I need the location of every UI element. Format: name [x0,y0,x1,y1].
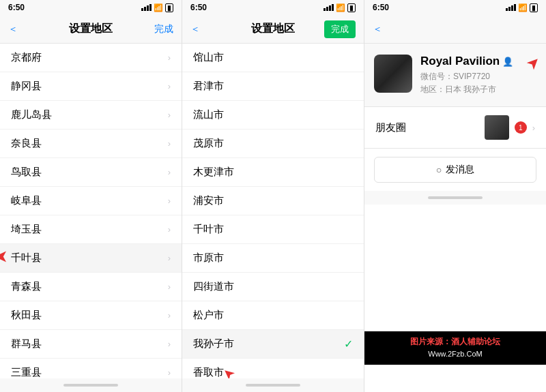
bottom-area-right [364,191,546,205]
home-indicator-right [428,196,483,199]
panel-right: 6:50 📶 ▮ ＜ Royal Pavilion 👤 微信号：SVIP7720 [364,0,546,392]
chevron-icon: › [168,310,171,320]
list-item[interactable]: 木更津市 [182,158,364,187]
home-indicator-middle [246,384,300,387]
done-button-left[interactable]: 完成 [154,23,173,35]
list-item[interactable]: 浦安市 [182,187,364,215]
wifi-icon-left: 📶 [154,3,163,12]
chevron-icon: › [168,110,171,120]
person-icon: 👤 [502,57,513,67]
list-item-chiba[interactable]: 千叶县 › ➤ [0,244,182,273]
chevron-icon: › [168,282,171,292]
moments-row[interactable]: 朋友圈 1 › [364,107,546,149]
signal-icon-left [141,4,152,11]
watermark-line2: Www.2Fzb.CoM [370,348,541,361]
moments-chevron-icon: › [532,123,535,133]
nav-title-middle: 设置地区 [251,22,295,36]
profile-info: Royal Pavilion 👤 微信号：SVIP7720 地区：日本 我孙子市 [420,55,536,95]
time-right: 6:50 [373,3,389,12]
time-left: 6:50 [8,3,25,12]
moments-thumbnail [485,115,509,140]
profile-header: Royal Pavilion 👤 微信号：SVIP7720 地区：日本 我孙子市… [364,44,546,107]
moments-badge: 1 [515,121,527,134]
status-bar-middle: 6:50 📶 ▮ [182,0,364,15]
list-item-katori[interactable]: 香取市 ➤ [182,359,364,378]
list-item[interactable]: 市原市 [182,244,364,273]
chevron-icon: › [168,253,171,263]
chevron-icon: › [168,52,171,63]
region-list-middle: 馆山市 君津市 流山市 茂原市 木更津市 浦安市 千叶市 市原市 四街道市 松户… [182,44,364,378]
list-item[interactable]: 君津市 [182,72,364,101]
time-middle: 6:50 [190,3,207,12]
list-item[interactable]: 秋田县 › [0,301,182,330]
chevron-icon: › [168,224,171,235]
bottom-area-middle [182,378,364,392]
list-item[interactable]: 奈良县 › [0,130,182,158]
list-item[interactable]: 松户市 [182,301,364,330]
status-icons-right: 📶 ▮ [506,3,538,12]
moments-label: 朋友圈 [375,121,406,134]
signal-icon-right [506,4,516,11]
list-item[interactable]: 三重县 › [0,359,182,378]
list-item[interactable]: 千叶市 [182,215,364,244]
panel-middle: 6:50 📶 ▮ ＜ 设置地区 完成 馆山市 君津市 流山市 茂原市 木更津市 … [182,0,364,392]
region-list-left: 京都府 › 静冈县 › 鹿儿岛县 › 奈良县 › 鸟取县 › 岐阜县 › 埼玉县… [0,44,182,378]
list-item[interactable]: 埼玉县 › [0,215,182,244]
profile-wechat-id: 微信号：SVIP7720 [420,71,536,82]
list-item[interactable]: 青森县 › [0,273,182,301]
profile-name: Royal Pavilion 👤 [420,55,536,68]
status-icons-middle: 📶 ▮ [324,3,356,12]
battery-icon-right: ▮ [530,3,538,12]
status-icons-left: 📶 ▮ [141,3,173,12]
nav-title-left: 设置地区 [69,22,113,36]
wifi-icon-middle: 📶 [336,3,345,12]
checkmark-icon: ✓ [344,337,353,350]
nav-bar-left: ＜ 设置地区 完成 [0,15,182,44]
nav-bar-right: ＜ [364,15,546,44]
avatar [374,55,412,93]
back-button-right[interactable]: ＜ [373,23,382,35]
watermark: 图片来源：酒人辅助论坛 Www.2Fzb.CoM [364,331,546,365]
chevron-icon: › [168,138,171,149]
list-item[interactable]: 流山市 [182,101,364,130]
battery-icon-left: ▮ [165,3,173,12]
signal-icon-middle [324,4,334,11]
list-item[interactable]: 群马县 › [0,330,182,359]
status-bar-right: 6:50 📶 ▮ [364,0,546,15]
list-item[interactable]: 岐阜县 › [0,187,182,215]
wifi-icon-right: 📶 [518,3,528,12]
send-message-button[interactable]: ○ 发消息 [374,157,536,183]
chevron-icon: › [168,367,171,378]
send-message-label: 发消息 [446,164,474,176]
message-icon: ○ [436,164,442,175]
bottom-area-left [0,378,182,392]
list-item[interactable]: 鸟取县 › [0,158,182,187]
nav-bar-middle: ＜ 设置地区 完成 [182,15,364,44]
list-item[interactable]: 京都府 › [0,44,182,72]
status-bar-left: 6:50 📶 ▮ [0,0,182,15]
chevron-icon: › [168,339,171,349]
list-item[interactable]: 四街道市 [182,273,364,301]
list-item[interactable]: 茂原市 [182,130,364,158]
panel-left: 6:50 📶 ▮ ＜ 设置地区 完成 京都府 › 静冈县 › 鹿儿岛县 [0,0,182,392]
chevron-icon: › [168,196,171,206]
back-button-middle[interactable]: ＜ [190,23,200,35]
chevron-icon: › [168,81,171,91]
list-item[interactable]: 静冈县 › [0,72,182,101]
list-item[interactable]: 鹿儿岛县 › [0,101,182,130]
profile-region: 地区：日本 我孙子市 [420,84,536,95]
done-button-middle[interactable]: 完成 [324,20,356,38]
list-item-abiko[interactable]: 我孙子市 ✓ [182,330,364,359]
red-arrow-left: ➤ [0,248,7,266]
home-indicator-left [63,384,118,387]
moments-right: 1 › [485,115,535,140]
watermark-line1: 图片来源：酒人辅助论坛 [370,335,541,348]
back-button-left[interactable]: ＜ [8,23,18,35]
list-item[interactable]: 馆山市 [182,44,364,72]
chevron-icon: › [168,167,171,177]
battery-icon-middle: ▮ [347,3,356,12]
